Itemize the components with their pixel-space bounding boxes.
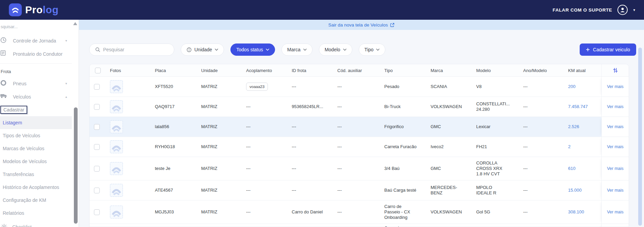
- select-all-cell: [90, 64, 106, 76]
- tipo-filter-dropdown[interactable]: Tipo: [359, 43, 386, 56]
- sidebar-subitem-hist-rico-de-acoplamentos[interactable]: Histórico de Acoplamentos: [0, 181, 72, 194]
- info-icon: [187, 47, 192, 52]
- cell-ano-modelo: ---: [519, 157, 564, 180]
- cell-tipo: Frigorifico: [380, 117, 426, 137]
- sidebar-subitem-cadastrar[interactable]: Cadastrar: [0, 103, 72, 116]
- vehicle-photo-placeholder[interactable]: [110, 184, 123, 197]
- cadastrar-veiculo-button[interactable]: Cadastrar veiculo: [580, 43, 636, 56]
- cell-placa: RYH0G18: [151, 137, 197, 157]
- cell-modelo: [472, 224, 519, 227]
- cell-id-frota: ---: [288, 180, 333, 200]
- ver-mais-link[interactable]: Ver mais: [607, 209, 624, 215]
- cell-km-atual[interactable]: 2.526: [564, 117, 601, 137]
- sidebar-search-input[interactable]: squisar...: [0, 23, 72, 34]
- cell-ano-modelo: ---: [519, 137, 564, 157]
- table-row: RYH0G18 MATRIZ --- --- --- Carreta Furac…: [90, 137, 629, 157]
- exit-new-screen-link[interactable]: Sair da nova tela de Veículos: [328, 22, 395, 28]
- row-checkbox[interactable]: [94, 104, 100, 110]
- ver-mais-link[interactable]: Ver mais: [607, 144, 624, 150]
- row-checkbox[interactable]: [94, 124, 100, 130]
- sidebar-subitem-relat-rios[interactable]: Relatórios: [0, 207, 72, 220]
- brand-name: Prolog: [25, 4, 59, 16]
- cell-km-atual[interactable]: 308.100: [564, 200, 601, 224]
- cell-km-atual[interactable]: 610: [564, 157, 601, 180]
- row-checkbox[interactable]: [94, 209, 100, 215]
- table-row: XFT5520 MATRIZ voaaa23 --- --- Pesado SC…: [90, 77, 629, 97]
- marca-filter-dropdown[interactable]: Marca: [281, 43, 312, 56]
- table-row: teste Je MATRIZ --- --- --- 3/4 Baú GMC …: [90, 157, 629, 180]
- cell-placa: MGJ5J03: [151, 200, 197, 224]
- vehicle-photo-placeholder[interactable]: [110, 80, 123, 93]
- sidebar-subitem-listagem[interactable]: Listagem: [0, 116, 72, 129]
- ver-mais-link[interactable]: Ver mais: [607, 104, 624, 109]
- cell-acoplamento: ---: [242, 117, 288, 137]
- sidebar-item-prontuario-do-condutor[interactable]: Prontuário do Condutor: [0, 47, 72, 60]
- vehicle-photo-placeholder[interactable]: [110, 162, 123, 175]
- cell-id-frota: ---: [288, 157, 333, 180]
- marca-filter-label: Marca: [287, 47, 301, 52]
- support-link[interactable]: FALAR COM O SUPORTE: [553, 7, 612, 13]
- cell-cod-auxiliar: ---: [333, 77, 380, 97]
- modelo-filter-dropdown[interactable]: Modelo: [319, 43, 352, 56]
- cell-km-atual[interactable]: 2: [564, 137, 601, 157]
- sidebar-subitem-label: Tipos de Veículos: [3, 133, 40, 138]
- search-input[interactable]: [103, 47, 168, 52]
- sidebar-subitem-tipos-de-ve-culos[interactable]: Tipos de Veículos: [0, 129, 72, 142]
- sidebar-subitem-transfer-ncias[interactable]: Transferências: [0, 168, 72, 181]
- header-fotos: Fotos: [106, 64, 151, 76]
- cell-modelo: FH21: [472, 137, 519, 157]
- row-select-cell: [90, 180, 106, 200]
- ver-mais-link[interactable]: Ver mais: [607, 188, 624, 193]
- sidebar-item-pneus[interactable]: Pneus ▾: [0, 77, 72, 90]
- user-avatar-icon[interactable]: [617, 5, 628, 15]
- sidebar-item-checklist[interactable]: Checklist: [0, 224, 72, 227]
- vehicle-photo-placeholder[interactable]: [110, 120, 123, 133]
- cell-acoplamento: voaaa23: [242, 77, 288, 97]
- column-settings-icon: [612, 67, 618, 73]
- external-link-icon: [390, 23, 395, 27]
- select-all-checkbox[interactable]: [95, 68, 101, 73]
- exit-new-screen-label: Sair da nova tela de Veículos: [328, 22, 388, 28]
- sidebar-scrollbar[interactable]: [74, 107, 78, 224]
- ver-mais-link[interactable]: Ver mais: [607, 166, 624, 171]
- table-row: MGJ5J03 MATRIZ --- Carro do Daniel --- C…: [90, 200, 629, 224]
- row-checkbox[interactable]: [94, 166, 100, 172]
- cell-acoplamento: [242, 224, 288, 227]
- cell-fotos: [106, 77, 151, 97]
- sidebar-subitem-modelos-de-ve-culos[interactable]: Modelos de Veículos: [0, 155, 72, 168]
- unidade-filter-dropdown[interactable]: Unidade: [181, 43, 224, 56]
- sidebar-item-label: Pneus: [13, 81, 27, 86]
- chevron-down-icon: [376, 49, 380, 51]
- sidebar-item-veiculos[interactable]: Veículos ▴: [0, 90, 72, 103]
- vehicle-photo-placeholder[interactable]: [110, 206, 123, 219]
- sidebar-item-controle-de-jornada[interactable]: Controle de Jornada ▾: [0, 34, 72, 47]
- column-settings-button[interactable]: [601, 64, 629, 76]
- cell-km-atual[interactable]: 15.000: [564, 180, 601, 200]
- row-checkbox[interactable]: [94, 84, 100, 90]
- cell-id-frota: ---: [288, 77, 333, 97]
- status-filter-dropdown[interactable]: Todos status: [230, 43, 275, 56]
- cell-km-atual[interactable]: 200: [564, 77, 601, 97]
- ver-mais-link[interactable]: Ver mais: [607, 84, 624, 89]
- page-scrollbar[interactable]: [638, 48, 642, 226]
- sidebar-scroll-up-arrow[interactable]: [73, 22, 77, 25]
- legacy-banner: Sair da nova tela de Veículos: [79, 20, 644, 30]
- user-menu-chevron-down-icon[interactable]: ▾: [633, 8, 635, 12]
- header-acoplamento: Acoplamento: [242, 64, 288, 76]
- cell-km-atual[interactable]: 7.458.747: [564, 97, 601, 117]
- vehicle-photo-placeholder[interactable]: [110, 140, 123, 153]
- table-row: QAQ9717 MATRIZ --- 953658245LR... --- Bi…: [90, 97, 629, 117]
- row-checkbox[interactable]: [94, 144, 100, 150]
- brand[interactable]: Prolog: [9, 3, 59, 16]
- vehicle-search-field[interactable]: [89, 43, 174, 56]
- cell-acoplamento: ---: [242, 200, 288, 224]
- row-select-cell: [90, 157, 106, 180]
- row-checkbox[interactable]: [94, 188, 100, 193]
- sidebar-subitem-marcas-de-ve-culos[interactable]: Marcas de Veículos: [0, 142, 72, 155]
- sidebar-subitem-configura-o-de-km[interactable]: Configuração de KM: [0, 194, 72, 207]
- vehicle-photo-placeholder[interactable]: [110, 100, 123, 113]
- table-row: Carro de: [90, 224, 629, 227]
- ver-mais-link[interactable]: Ver mais: [607, 124, 624, 129]
- cell-km-atual[interactable]: [564, 224, 601, 227]
- chevron-up-icon: ▴: [65, 95, 67, 99]
